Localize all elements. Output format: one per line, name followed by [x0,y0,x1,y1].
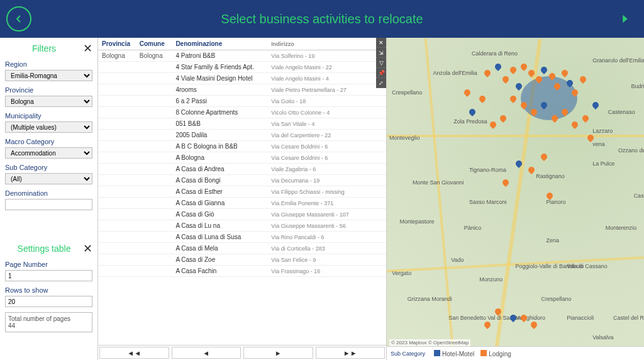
table-row[interactable]: 051 B&BVia San Vitale - 4 [98,118,386,130]
cell-provincia [98,107,136,118]
toolbar-filter-icon[interactable]: ▽ [376,58,386,68]
place-label: Villa di Cassano [567,263,607,269]
pager-prev-button[interactable]: ◄ [172,347,242,359]
macro-select[interactable]: Accommodation [5,147,92,159]
cell-indirizzo: Via Giuseppe Massarenti - 56 [267,220,386,232]
toolbar-export-icon[interactable]: ⇲ [376,48,386,58]
cell-indirizzo: Via Goito - 18 [267,96,386,107]
cell-comune [136,198,172,209]
pager-first-button[interactable]: ◄◄ [99,347,169,359]
table-row[interactable]: 4roomsViale Pietro Pietramellara - 27 [98,84,386,96]
place-label: Casto Pietro [634,193,644,199]
toolbar-close-icon[interactable]: ✕ [376,38,386,48]
cell-indirizzo: Viale Pietro Pietramellara - 27 [267,84,386,96]
table-row[interactable]: A Casa di Luna di SusaVia Rino Pancaldi … [98,232,386,243]
cell-comune [136,254,172,266]
map-panel[interactable]: Anzola dell'EmiliaCalderara di RenoGrana… [387,38,644,360]
cell-denominazione: 8 Colonne Apartments [172,107,267,118]
place-label: Pianaccioli [567,315,594,321]
close-filters-icon[interactable]: ✕ [83,42,92,55]
pager-next-button[interactable]: ► [243,347,313,359]
rows-input[interactable] [5,296,92,307]
cell-provincia [98,141,136,152]
table-row[interactable]: A Casa di EstherVia Filippo Schiassi - m… [98,186,386,198]
place-label: La Pulce [592,160,614,167]
cell-comune [136,141,172,152]
place-label: Vado [451,257,464,263]
page-number-input[interactable] [5,270,92,281]
settings-title: Settings table [5,244,83,254]
table-row[interactable]: A Casa di BongiVia Decumana - 19 [98,175,386,186]
cell-denominazione: 4rooms [172,84,267,96]
table-row[interactable]: A Casa di GiannaVia Emilia Ponente - 371 [98,198,386,209]
th-indirizzo[interactable]: Indirizzo [267,38,386,50]
cell-comune [136,186,172,198]
sub-select[interactable]: (All) [5,173,92,184]
left-panel: Filters ✕ Region Emilia-Romagna Provinci… [0,38,97,360]
table-row[interactable]: 8 Colonne ApartmentsVicolo Otto Colonne … [98,107,386,118]
cell-comune [136,130,172,141]
table-row[interactable]: 2005 DalilaVia del Carpentiere - 22 [98,130,386,141]
cell-denominazione: A Casa di Bongi [172,175,267,186]
place-label: Vergato [392,270,411,276]
place-label: Calderara di Reno [472,50,518,57]
table-row[interactable]: A Casa di Lu naVia Giuseppe Massarenti -… [98,220,386,232]
denomination-input[interactable] [5,199,92,210]
cell-comune [136,266,172,277]
provincie-select[interactable]: Bologna [5,96,92,107]
table-row[interactable]: 4 Star Family & Friends Apt.Viale Angelo… [98,62,386,73]
cell-provincia [98,118,136,130]
place-label: Anzola dell'Emilia [433,70,477,76]
table-row[interactable]: A Casa di AndreaViale Zagabria - 6 [98,164,386,175]
header-bar: Select business activities to relocate [0,0,644,38]
cell-indirizzo: Via Solferino - 19 [267,50,386,62]
table-row[interactable]: A Casa di MelaVia di Corticella - 283 [98,243,386,254]
nav-forward-button[interactable] [613,6,638,31]
legend-item-hotel: Hotel-Motel [434,350,474,357]
table-row[interactable]: A Casa di GiòVia Giuseppe Massarenti - 1… [98,209,386,220]
legend-item-lodging: Lodging [480,350,511,357]
cell-denominazione: A Casa di Mela [172,243,267,254]
cell-denominazione: A Casa di Andrea [172,164,267,175]
nav-back-button[interactable] [6,6,31,31]
cell-denominazione: 051 B&B [172,118,267,130]
place-label: Castenaso [608,109,635,115]
cell-comune [136,84,172,96]
table-row[interactable]: A Casa di ZoeVia San Felice - 9 [98,254,386,266]
municipality-select[interactable]: (Multiple values) [5,121,92,133]
place-label: Zena [547,237,560,244]
place-label: Monteveglio [389,135,420,141]
cell-provincia [98,152,136,164]
cell-denominazione: 4 Star Family & Friends Apt. [172,62,267,73]
region-select[interactable]: Emilia-Romagna [5,70,92,81]
th-denominazione[interactable]: Denominazione [172,38,267,50]
cell-denominazione: A Casa di Lu na [172,220,267,232]
cell-provincia [98,73,136,84]
cell-provincia [98,254,136,266]
cell-denominazione: 2005 Dalila [172,130,267,141]
place-label: Lazzaro [592,128,613,134]
th-provincia[interactable]: Provincia [98,38,136,50]
cell-denominazione: A B C Bologna in B&B [172,141,267,152]
toolbar-expand-icon[interactable]: ⤢ [376,78,386,88]
cell-comune [136,118,172,130]
pager-last-button[interactable]: ►► [316,347,386,359]
place-label: Montepastore [399,218,434,225]
table-row[interactable]: A B C Bologna in B&BVia Cesare Boldrini … [98,141,386,152]
cell-denominazione: A Bologna [172,152,267,164]
cell-provincia [98,84,136,96]
provincie-label: Provincie [5,86,92,94]
denomination-label: Denomination [5,189,92,197]
table-row[interactable]: A BolognaVia Cesare Boldrini - 6 [98,152,386,164]
table-row[interactable]: A Casa FachinVia Frassinago - 16 [98,266,386,277]
th-comune[interactable]: Comune [136,38,172,50]
cell-comune [136,232,172,243]
table-row[interactable]: BolognaBologna4 Patroni B&BVia Solferino… [98,50,386,62]
toolbar-pin-icon[interactable]: 📌 [376,68,386,78]
close-settings-icon[interactable]: ✕ [83,242,92,256]
table-row[interactable]: 6 a 2 PassiVia Goito - 18 [98,96,386,107]
table-row[interactable]: 4 Viale Masini Design HotelViale Angelo … [98,73,386,84]
place-label: Monterenzio [606,225,637,231]
results-table: Provincia Comune Denominazione Indirizzo… [98,38,386,277]
cell-indirizzo: Viale Angelo Masini - 4 [267,73,386,84]
